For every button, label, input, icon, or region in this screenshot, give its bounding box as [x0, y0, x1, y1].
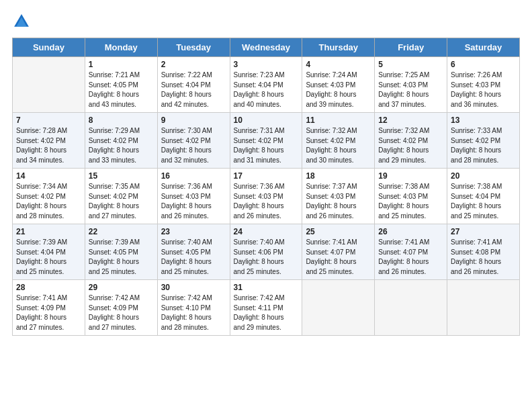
- calendar-cell: [13, 57, 85, 113]
- day-number: 19: [378, 171, 443, 181]
- calendar-cell: 20Sunrise: 7:38 AM Sunset: 4:04 PM Dayli…: [447, 169, 520, 224]
- calendar-week-row: 7Sunrise: 7:28 AM Sunset: 4:02 PM Daylig…: [13, 113, 520, 169]
- cell-content: Sunrise: 7:38 AM Sunset: 4:03 PM Dayligh…: [378, 182, 443, 221]
- day-number: 13: [451, 116, 516, 125]
- calendar-cell: 14Sunrise: 7:34 AM Sunset: 4:02 PM Dayli…: [13, 169, 85, 224]
- calendar-header-wednesday: Wednesday: [230, 38, 302, 57]
- calendar-cell: 4Sunrise: 7:24 AM Sunset: 4:03 PM Daylig…: [302, 57, 375, 113]
- day-number: 21: [16, 227, 81, 236]
- day-number: 30: [161, 283, 226, 292]
- calendar-cell: 28Sunrise: 7:41 AM Sunset: 4:09 PM Dayli…: [13, 280, 85, 336]
- day-number: 31: [234, 283, 299, 292]
- cell-content: Sunrise: 7:39 AM Sunset: 4:05 PM Dayligh…: [89, 238, 154, 277]
- cell-content: Sunrise: 7:41 AM Sunset: 4:07 PM Dayligh…: [378, 238, 443, 277]
- day-number: 24: [234, 227, 299, 236]
- calendar-cell: 1Sunrise: 7:21 AM Sunset: 4:05 PM Daylig…: [85, 57, 157, 113]
- calendar-cell: 11Sunrise: 7:32 AM Sunset: 4:02 PM Dayli…: [302, 113, 375, 169]
- calendar-week-row: 21Sunrise: 7:39 AM Sunset: 4:04 PM Dayli…: [13, 224, 520, 280]
- cell-content: Sunrise: 7:40 AM Sunset: 4:05 PM Dayligh…: [161, 238, 226, 277]
- cell-content: Sunrise: 7:32 AM Sunset: 4:02 PM Dayligh…: [306, 126, 371, 165]
- calendar-header-sunday: Sunday: [13, 38, 85, 57]
- day-number: 17: [234, 171, 299, 181]
- cell-content: Sunrise: 7:30 AM Sunset: 4:02 PM Dayligh…: [161, 126, 226, 165]
- calendar-cell: 3Sunrise: 7:23 AM Sunset: 4:04 PM Daylig…: [230, 57, 302, 113]
- cell-content: Sunrise: 7:35 AM Sunset: 4:02 PM Dayligh…: [89, 182, 154, 221]
- cell-content: Sunrise: 7:41 AM Sunset: 4:08 PM Dayligh…: [451, 238, 516, 277]
- calendar-header-monday: Monday: [85, 38, 157, 57]
- logo: [12, 12, 34, 31]
- day-number: 8: [89, 116, 154, 125]
- calendar-header-row: SundayMondayTuesdayWednesdayThursdayFrid…: [13, 38, 520, 57]
- day-number: 10: [234, 116, 299, 125]
- calendar-cell: 31Sunrise: 7:42 AM Sunset: 4:11 PM Dayli…: [230, 280, 302, 336]
- cell-content: Sunrise: 7:24 AM Sunset: 4:03 PM Dayligh…: [306, 71, 371, 109]
- cell-content: Sunrise: 7:33 AM Sunset: 4:02 PM Dayligh…: [451, 126, 516, 165]
- cell-content: Sunrise: 7:25 AM Sunset: 4:03 PM Dayligh…: [378, 71, 443, 109]
- day-number: 3: [234, 60, 299, 69]
- day-number: 20: [451, 171, 516, 181]
- calendar-week-row: 14Sunrise: 7:34 AM Sunset: 4:02 PM Dayli…: [13, 169, 520, 224]
- calendar-cell: [302, 280, 375, 336]
- cell-content: Sunrise: 7:36 AM Sunset: 4:03 PM Dayligh…: [234, 182, 299, 221]
- calendar-cell: [375, 280, 447, 336]
- calendar-cell: 27Sunrise: 7:41 AM Sunset: 4:08 PM Dayli…: [447, 224, 520, 280]
- cell-content: Sunrise: 7:38 AM Sunset: 4:04 PM Dayligh…: [451, 182, 516, 221]
- calendar-header-tuesday: Tuesday: [157, 38, 230, 57]
- cell-content: Sunrise: 7:28 AM Sunset: 4:02 PM Dayligh…: [16, 126, 81, 165]
- cell-content: Sunrise: 7:22 AM Sunset: 4:04 PM Dayligh…: [161, 71, 226, 109]
- calendar-cell: 17Sunrise: 7:36 AM Sunset: 4:03 PM Dayli…: [230, 169, 302, 224]
- day-number: 29: [89, 283, 154, 292]
- calendar-cell: 23Sunrise: 7:40 AM Sunset: 4:05 PM Dayli…: [157, 224, 230, 280]
- calendar-cell: 22Sunrise: 7:39 AM Sunset: 4:05 PM Dayli…: [85, 224, 157, 280]
- cell-content: Sunrise: 7:31 AM Sunset: 4:02 PM Dayligh…: [234, 126, 299, 165]
- cell-content: Sunrise: 7:39 AM Sunset: 4:04 PM Dayligh…: [16, 238, 81, 277]
- day-number: 5: [378, 60, 443, 69]
- calendar-table: SundayMondayTuesdayWednesdayThursdayFrid…: [12, 38, 520, 336]
- cell-content: Sunrise: 7:21 AM Sunset: 4:05 PM Dayligh…: [89, 71, 154, 109]
- calendar-cell: 8Sunrise: 7:29 AM Sunset: 4:02 PM Daylig…: [85, 113, 157, 169]
- day-number: 23: [161, 227, 226, 236]
- cell-content: Sunrise: 7:26 AM Sunset: 4:03 PM Dayligh…: [451, 71, 516, 109]
- day-number: 14: [16, 171, 81, 181]
- calendar-cell: 16Sunrise: 7:36 AM Sunset: 4:03 PM Dayli…: [157, 169, 230, 224]
- calendar-week-row: 28Sunrise: 7:41 AM Sunset: 4:09 PM Dayli…: [13, 280, 520, 336]
- calendar-cell: 12Sunrise: 7:32 AM Sunset: 4:02 PM Dayli…: [375, 113, 447, 169]
- day-number: 4: [306, 60, 371, 69]
- calendar-week-row: 1Sunrise: 7:21 AM Sunset: 4:05 PM Daylig…: [13, 57, 520, 113]
- calendar-cell: 19Sunrise: 7:38 AM Sunset: 4:03 PM Dayli…: [375, 169, 447, 224]
- calendar-cell: 9Sunrise: 7:30 AM Sunset: 4:02 PM Daylig…: [157, 113, 230, 169]
- calendar-cell: 25Sunrise: 7:41 AM Sunset: 4:07 PM Dayli…: [302, 224, 375, 280]
- cell-content: Sunrise: 7:42 AM Sunset: 4:11 PM Dayligh…: [234, 293, 299, 332]
- day-number: 18: [306, 171, 371, 181]
- cell-content: Sunrise: 7:32 AM Sunset: 4:02 PM Dayligh…: [378, 126, 443, 165]
- calendar-cell: 30Sunrise: 7:42 AM Sunset: 4:10 PM Dayli…: [157, 280, 230, 336]
- calendar-cell: 6Sunrise: 7:26 AM Sunset: 4:03 PM Daylig…: [447, 57, 520, 113]
- cell-content: Sunrise: 7:42 AM Sunset: 4:09 PM Dayligh…: [89, 293, 154, 332]
- day-number: 27: [451, 227, 516, 236]
- day-number: 7: [16, 116, 81, 125]
- day-number: 16: [161, 171, 226, 181]
- header: [12, 12, 520, 31]
- cell-content: Sunrise: 7:23 AM Sunset: 4:04 PM Dayligh…: [234, 71, 299, 109]
- day-number: 15: [89, 171, 154, 181]
- cell-content: Sunrise: 7:42 AM Sunset: 4:10 PM Dayligh…: [161, 293, 226, 332]
- day-number: 26: [378, 227, 443, 236]
- calendar-header-friday: Friday: [375, 38, 447, 57]
- day-number: 25: [306, 227, 371, 236]
- calendar-cell: 26Sunrise: 7:41 AM Sunset: 4:07 PM Dayli…: [375, 224, 447, 280]
- page: SundayMondayTuesdayWednesdayThursdayFrid…: [0, 0, 532, 411]
- day-number: 11: [306, 116, 371, 125]
- day-number: 22: [89, 227, 154, 236]
- day-number: 9: [161, 116, 226, 125]
- calendar-cell: 5Sunrise: 7:25 AM Sunset: 4:03 PM Daylig…: [375, 57, 447, 113]
- calendar-cell: 21Sunrise: 7:39 AM Sunset: 4:04 PM Dayli…: [13, 224, 85, 280]
- cell-content: Sunrise: 7:34 AM Sunset: 4:02 PM Dayligh…: [16, 182, 81, 221]
- cell-content: Sunrise: 7:41 AM Sunset: 4:09 PM Dayligh…: [16, 293, 81, 332]
- calendar-cell: [447, 280, 520, 336]
- day-number: 6: [451, 60, 516, 69]
- calendar-cell: 13Sunrise: 7:33 AM Sunset: 4:02 PM Dayli…: [447, 113, 520, 169]
- logo-icon: [12, 12, 31, 31]
- calendar-cell: 29Sunrise: 7:42 AM Sunset: 4:09 PM Dayli…: [85, 280, 157, 336]
- day-number: 28: [16, 283, 81, 292]
- cell-content: Sunrise: 7:40 AM Sunset: 4:06 PM Dayligh…: [234, 238, 299, 277]
